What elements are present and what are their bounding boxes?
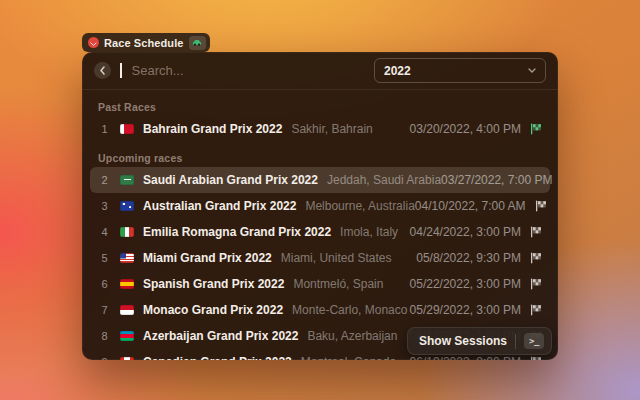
flag-usa-icon — [120, 253, 134, 263]
race-datetime: 03/20/2022, 4:00 PM — [410, 122, 521, 136]
checkered-flag-icon — [530, 356, 542, 360]
race-row[interactable]: 5Miami Grand Prix 2022Miami, United Stat… — [90, 245, 550, 271]
car-icon — [189, 36, 206, 50]
race-location: Montmeló, Spain — [293, 277, 383, 291]
race-title: Bahrain Grand Prix 2022 — [143, 122, 282, 136]
row-index: 6 — [98, 278, 111, 290]
race-location: Baku, Azerbaijan — [307, 329, 397, 343]
race-title: Saudi Arabian Grand Prix 2022 — [143, 173, 318, 187]
row-index: 5 — [98, 252, 111, 264]
flag-monaco-icon — [120, 305, 134, 315]
race-location: Sakhir, Bahrain — [291, 122, 372, 136]
action-hint[interactable]: Show Sessions >_ — [407, 327, 552, 355]
search-header: 2022 — [82, 52, 558, 90]
race-title: Monaco Grand Prix 2022 — [143, 303, 283, 317]
race-row[interactable]: 3Australian Grand Prix 2022Melbourne, Au… — [90, 193, 550, 219]
row-index: 9 — [98, 356, 111, 360]
back-button[interactable] — [94, 62, 111, 79]
flag-italy-icon — [120, 227, 134, 237]
action-hint-label: Show Sessions — [419, 334, 507, 348]
row-index: 3 — [98, 200, 111, 212]
checkered-flag-icon — [530, 252, 542, 264]
race-location: Miami, United States — [281, 251, 392, 265]
checkered-flag-icon — [535, 200, 547, 212]
flag-bahrain-icon — [120, 124, 134, 134]
row-index: 4 — [98, 226, 111, 238]
flag-saudi-arabia-icon — [120, 175, 134, 185]
race-title: Spanish Grand Prix 2022 — [143, 277, 284, 291]
extension-title: Race Schedule — [104, 37, 184, 49]
race-row[interactable]: 4Emilia Romagna Grand Prix 2022Imola, It… — [90, 219, 550, 245]
row-index: 7 — [98, 304, 111, 316]
chevron-down-icon — [528, 68, 536, 73]
race-row[interactable]: 1Bahrain Grand Prix 2022Sakhir, Bahrain0… — [90, 116, 550, 142]
flag-spain-icon — [120, 279, 134, 289]
section-label: Past Races — [82, 90, 558, 116]
race-row[interactable]: 2Saudi Arabian Grand Prix 2022Jeddah, Sa… — [90, 167, 550, 193]
row-index: 1 — [98, 123, 111, 135]
race-title: Australian Grand Prix 2022 — [143, 199, 296, 213]
year-dropdown-value: 2022 — [384, 64, 528, 78]
row-index: 8 — [98, 330, 111, 342]
race-location: Jeddah, Saudi Arabia — [327, 173, 441, 187]
year-dropdown[interactable]: 2022 — [374, 58, 546, 83]
race-title: Miami Grand Prix 2022 — [143, 251, 272, 265]
search-input[interactable] — [132, 63, 366, 78]
race-datetime: 06/19/2022, 8:00 PM — [410, 355, 521, 360]
race-datetime: 03/27/2022, 7:00 PM — [441, 173, 552, 187]
race-title: Emilia Romagna Grand Prix 2022 — [143, 225, 331, 239]
race-location: Montreal, Canada — [301, 355, 396, 360]
raycast-logo-icon — [88, 37, 99, 48]
checkered-flag-icon — [530, 226, 542, 238]
race-datetime: 05/8/2022, 9:30 PM — [416, 251, 521, 265]
checkered-flag-icon — [530, 304, 542, 316]
race-location: Monte-Carlo, Monaco — [292, 303, 407, 317]
enter-key-icon: >_ — [524, 333, 544, 349]
race-row[interactable]: 7Monaco Grand Prix 2022Monte-Carlo, Mona… — [90, 297, 550, 323]
race-list: Past Races1Bahrain Grand Prix 2022Sakhir… — [82, 90, 558, 360]
race-location: Melbourne, Australia — [305, 199, 414, 213]
extension-pill[interactable]: Race Schedule — [82, 33, 210, 52]
race-datetime: 05/29/2022, 3:00 PM — [410, 303, 521, 317]
race-row[interactable]: 6Spanish Grand Prix 2022Montmeló, Spain0… — [90, 271, 550, 297]
checkered-flag-icon — [530, 278, 542, 290]
flag-azerbaijan-icon — [120, 331, 134, 341]
race-datetime: 04/24/2022, 3:00 PM — [410, 225, 521, 239]
race-title: Azerbaijan Grand Prix 2022 — [143, 329, 298, 343]
flag-canada-icon — [120, 357, 134, 360]
race-title: Canadian Grand Prix 2022 — [143, 355, 292, 360]
raycast-window: 2022 Past Races1Bahrain Grand Prix 2022S… — [82, 52, 558, 360]
checkered-flag-icon — [530, 123, 542, 135]
row-index: 2 — [98, 174, 111, 186]
flag-australia-icon — [120, 201, 134, 211]
race-datetime: 05/22/2022, 3:00 PM — [410, 277, 521, 291]
section-label: Upcoming races — [82, 142, 558, 167]
hint-divider — [515, 334, 516, 349]
race-datetime: 04/10/2022, 7:00 AM — [415, 199, 526, 213]
race-location: Imola, Italy — [340, 225, 398, 239]
text-caret — [120, 63, 122, 78]
